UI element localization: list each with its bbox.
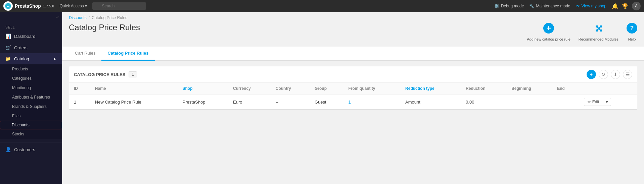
sidebar-sub-brands-suppliers[interactable]: Brands & Suppliers: [0, 102, 62, 111]
td-reduction-type: Amount: [401, 95, 461, 110]
th-reduction-type-link[interactable]: Reduction type: [405, 86, 434, 91]
sidebar-item-customers[interactable]: 👤 Customers: [0, 144, 62, 155]
table-header-row: ID Name Shop Currency Country Group From…: [69, 83, 637, 95]
sidebar-sub-attributes-features[interactable]: Attributes & Features: [0, 93, 62, 102]
view-my-shop-button[interactable]: 👁 View my shop: [576, 4, 606, 8]
table-refresh-button[interactable]: ↻: [599, 70, 608, 79]
notifications-bell-icon[interactable]: 🔔: [612, 3, 618, 9]
th-shop: Shop: [178, 83, 228, 95]
sidebar-item-customers-label: Customers: [14, 147, 35, 152]
th-name: Name: [90, 83, 178, 95]
sidebar-item-catalog[interactable]: 📁 Catalog ▲: [0, 53, 62, 64]
sidebar-sell-label: SELL: [0, 23, 62, 30]
table-export-button[interactable]: ⬇: [611, 70, 620, 79]
topbar-right: ⚙️ Debug mode 🔧 Maintenance mode 👁 View …: [494, 2, 641, 10]
th-actions: [579, 83, 637, 95]
debug-mode-button[interactable]: ⚙️ Debug mode: [494, 4, 524, 8]
catalog-icon: 📁: [5, 56, 11, 61]
edit-dropdown-button[interactable]: ▼: [603, 98, 611, 106]
breadcrumb-current: Catalog Price Rules: [92, 15, 127, 20]
table-columns-button[interactable]: ☰: [623, 70, 632, 79]
sidebar-catalog-left: 📁 Catalog: [5, 56, 29, 61]
table-header: CATALOG PRICE RULES 1 + ↻ ⬇ ☰: [69, 66, 637, 83]
maintenance-mode-button[interactable]: 🔧 Maintenance mode: [529, 4, 570, 8]
edit-button[interactable]: ✏ Edit: [584, 98, 603, 106]
catalog-price-rules-table-container: CATALOG PRICE RULES 1 + ↻ ⬇ ☰ ID Name Sh…: [69, 66, 637, 110]
sidebar-sub-products[interactable]: Products: [0, 64, 62, 74]
add-new-catalog-price-rule-button[interactable]: Add new catalog price rule: [527, 23, 570, 41]
table-title-text: CATALOG PRICE RULES: [74, 72, 125, 77]
help-button[interactable]: ? Help: [627, 23, 637, 41]
tab-cart-rules[interactable]: Cart Rules: [69, 47, 101, 61]
add-icon: [543, 23, 554, 36]
td-group: Guest: [310, 95, 343, 110]
user-avatar[interactable]: A: [632, 2, 641, 10]
th-reduction: Reduction: [461, 83, 507, 95]
td-from-quantity: 1: [343, 95, 401, 110]
sidebar-sub-discounts[interactable]: Discounts: [0, 121, 62, 129]
main-layout: « SELL 📊 Dashboard 🛒 Orders 📁 Catalog ▲ …: [0, 12, 644, 184]
table-thead: ID Name Shop Currency Country Group From…: [69, 83, 637, 95]
svg-text:?: ?: [630, 25, 634, 32]
page-actions: Add new catalog price rule Recommended M…: [527, 23, 637, 41]
catalog-price-rules-table: ID Name Shop Currency Country Group From…: [69, 83, 637, 109]
th-group: Group: [310, 83, 343, 95]
td-currency: Euro: [228, 95, 271, 110]
table-row: 1 New Catalog Price Rule PrestaShop Euro…: [69, 95, 637, 110]
debug-mode-label: Debug mode: [501, 4, 524, 8]
orders-icon: 🛒: [5, 45, 11, 50]
sidebar-item-dashboard-label: Dashboard: [14, 34, 36, 39]
breadcrumb-parent-link[interactable]: Discounts: [69, 15, 87, 20]
sidebar-sell-section: SELL 📊 Dashboard 🛒 Orders 📁 Catalog ▲ Pr…: [0, 21, 62, 141]
th-shop-link[interactable]: Shop: [182, 86, 192, 91]
table-add-button[interactable]: +: [587, 70, 596, 79]
quick-access-button[interactable]: Quick Access ▾: [59, 4, 87, 8]
sidebar-item-orders[interactable]: 🛒 Orders: [0, 42, 62, 53]
topbar-icon-group: 🔔 🏆 A: [612, 2, 641, 10]
sidebar-item-dashboard[interactable]: 📊 Dashboard: [0, 30, 62, 42]
th-currency: Currency: [228, 83, 271, 95]
eye-icon: 👁: [576, 4, 580, 8]
td-id: 1: [69, 95, 90, 110]
sidebar-sub-categories[interactable]: Categories: [0, 74, 62, 83]
td-shop: PrestaShop: [178, 95, 228, 110]
sidebar-item-orders-label: Orders: [14, 45, 28, 50]
th-from-quantity: From quantity: [343, 83, 401, 95]
maintenance-mode-icon: 🔧: [529, 4, 534, 8]
recommended-modules-button[interactable]: Recommended Modules: [579, 23, 618, 41]
td-end: [552, 95, 579, 110]
search-wrapper: 🔍: [92, 2, 146, 10]
edit-group: ✏ Edit ▼: [584, 98, 611, 106]
td-beginning: [507, 95, 552, 110]
page-title: Catalog Price Rules: [69, 23, 140, 32]
search-input[interactable]: [92, 2, 146, 10]
breadcrumb-separator: /: [89, 15, 90, 20]
page-header: Catalog Price Rules Add new catalog pric…: [62, 21, 644, 47]
sidebar-collapse-button[interactable]: «: [56, 14, 59, 19]
sidebar-item-catalog-label: Catalog: [14, 56, 29, 61]
table-actions: + ↻ ⬇ ☰: [587, 70, 632, 79]
tab-catalog-price-rules[interactable]: Catalog Price Rules: [101, 47, 154, 61]
sidebar-collapse: «: [0, 12, 62, 21]
th-id: ID: [69, 83, 90, 95]
recommended-modules-label: Recommended Modules: [579, 37, 618, 41]
quick-access-label: Quick Access: [59, 4, 84, 8]
th-end: End: [552, 83, 579, 95]
maintenance-mode-label: Maintenance mode: [536, 4, 570, 8]
logo[interactable]: PrestaShop 1.7.5.0: [3, 1, 54, 11]
edit-button-label: Edit: [592, 100, 599, 104]
table-count-badge: 1: [129, 71, 137, 77]
sidebar-sub-stocks[interactable]: Stocks: [0, 129, 62, 139]
td-reduction: 0.00: [461, 95, 507, 110]
td-name: New Catalog Price Rule: [90, 95, 178, 110]
sidebar-sub-monitoring[interactable]: Monitoring: [0, 83, 62, 93]
edit-dropdown-icon: ▼: [605, 100, 609, 104]
table-title: CATALOG PRICE RULES 1: [74, 71, 137, 77]
help-icon: ?: [627, 23, 637, 36]
version-badge: 1.7.5.0: [43, 4, 54, 8]
th-reduction-type: Reduction type: [401, 83, 461, 95]
th-beginning: Beginning: [507, 83, 552, 95]
sidebar-sub-files[interactable]: Files: [0, 111, 62, 121]
sidebar: « SELL 📊 Dashboard 🛒 Orders 📁 Catalog ▲ …: [0, 12, 62, 184]
trophy-icon[interactable]: 🏆: [622, 3, 629, 9]
